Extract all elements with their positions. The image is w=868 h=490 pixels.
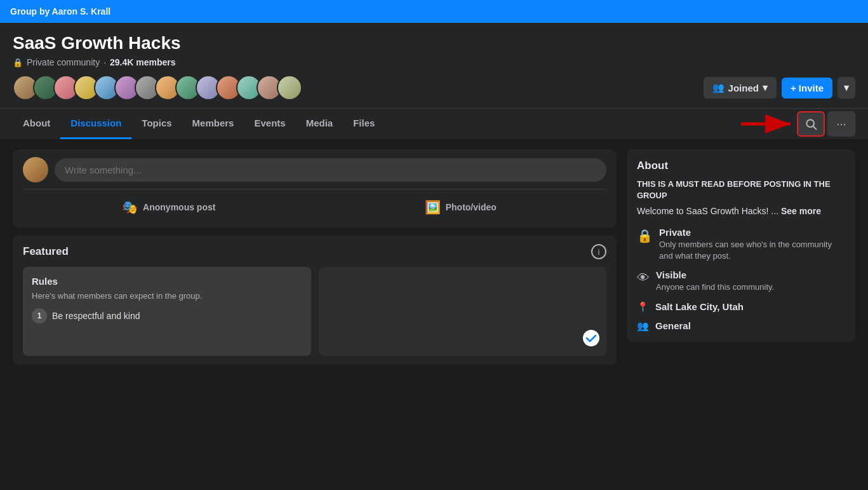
- chevron-down-icon: ▾: [844, 82, 849, 93]
- tabs-right-actions: ···: [797, 111, 855, 137]
- eye-icon: 👁: [637, 271, 650, 285]
- svg-point-2: [806, 119, 814, 127]
- more-options-button[interactable]: ▾: [838, 77, 855, 99]
- about-visible-item: 👁 Visible Anyone can find this community…: [637, 269, 845, 293]
- invite-label: + Invite: [791, 83, 824, 93]
- tab-media[interactable]: Media: [296, 109, 344, 139]
- photo-icon: 🖼️: [425, 200, 441, 215]
- photo-video-button[interactable]: 🖼️ Photo/video: [315, 194, 607, 220]
- about-box: About THIS IS A MUST READ BEFORE POSTING…: [627, 149, 855, 342]
- ellipsis-icon: ···: [836, 118, 846, 131]
- red-arrow-annotation: [741, 112, 798, 135]
- post-actions: 🎭 Anonymous post 🖼️ Photo/video: [23, 194, 606, 220]
- tab-topics[interactable]: Topics: [131, 109, 182, 139]
- about-cta-text: THIS IS A MUST READ BEFORE POSTING IN TH…: [637, 179, 845, 201]
- search-icon: [805, 118, 817, 130]
- featured-card-right[interactable]: [319, 267, 607, 356]
- joined-label: Joined: [728, 83, 759, 93]
- more-options-tab-button[interactable]: ···: [827, 111, 855, 137]
- group-name: SaaS Growth Hacks: [13, 33, 855, 53]
- location-icon: 📍: [637, 301, 649, 313]
- check-indicator: [582, 329, 600, 350]
- people-category-icon: 👥: [637, 320, 649, 332]
- joined-button[interactable]: 👥 Joined ▾: [704, 77, 777, 99]
- svg-line-3: [813, 126, 816, 129]
- privacy-label: Private community: [27, 57, 100, 67]
- write-post-inner: [23, 157, 606, 182]
- visible-title: Visible: [656, 269, 774, 280]
- tabs-list: About Discussion Topics Members Events M…: [13, 109, 385, 139]
- avatar: [277, 75, 302, 100]
- chevron-down-icon: ▾: [763, 82, 768, 93]
- anonymous-icon: 🎭: [122, 200, 138, 215]
- top-bar-label: Group by Aaron S. Krall: [10, 6, 110, 17]
- header-area: SaaS Growth Hacks 🔒 Private community · …: [0, 23, 868, 108]
- about-category: 👥 General: [637, 320, 845, 332]
- rules-card-desc: Here's what members can expect in the gr…: [32, 290, 302, 302]
- svg-point-4: [583, 330, 599, 346]
- location-text: Salt Lake City, Utah: [655, 301, 744, 312]
- category-text: General: [655, 320, 691, 331]
- about-location: 📍 Salt Lake City, Utah: [637, 301, 845, 313]
- featured-header: Featured i: [23, 244, 606, 259]
- nav-tabs: About Discussion Topics Members Events M…: [0, 108, 868, 139]
- about-private-item: 🔒 Private Only members can see who's in …: [637, 227, 845, 262]
- members-count: 29.4K members: [110, 57, 176, 67]
- user-avatar: [23, 157, 48, 182]
- featured-box: Featured i Rules Here's what members can…: [13, 235, 617, 365]
- right-column: About THIS IS A MUST READ BEFORE POSTING…: [627, 149, 855, 480]
- check-circle-icon: [582, 329, 600, 347]
- featured-cards: Rules Here's what members can expect in …: [23, 267, 606, 356]
- write-something-input[interactable]: [55, 158, 606, 182]
- rule-text: Be respectful and kind: [52, 311, 140, 321]
- people-icon: 👥: [712, 82, 724, 93]
- group-meta: 🔒 Private community · 29.4K members: [13, 57, 855, 67]
- rule-item: 1 Be respectful and kind: [32, 308, 302, 323]
- search-button[interactable]: [797, 111, 825, 137]
- see-more-link[interactable]: See more: [781, 206, 821, 216]
- meta-dot: ·: [103, 57, 106, 67]
- divider: [23, 189, 606, 189]
- members-row: 👥 Joined ▾ + Invite ▾: [13, 75, 855, 108]
- private-desc: Only members can see who's in the commun…: [659, 239, 845, 262]
- photo-label: Photo/video: [446, 202, 497, 212]
- rules-card-title: Rules: [32, 276, 302, 287]
- tab-events[interactable]: Events: [244, 109, 295, 139]
- header-actions: 👥 Joined ▾ + Invite ▾: [704, 77, 855, 99]
- rules-card[interactable]: Rules Here's what members can expect in …: [23, 267, 311, 356]
- rule-number: 1: [32, 308, 47, 323]
- tab-members[interactable]: Members: [182, 109, 244, 139]
- anonymous-post-button[interactable]: 🎭 Anonymous post: [23, 194, 315, 220]
- member-avatars: [13, 75, 302, 100]
- about-heading: About: [637, 160, 845, 172]
- lock-icon: 🔒: [13, 58, 23, 67]
- tab-discussion[interactable]: Discussion: [60, 109, 131, 139]
- lock-private-icon: 🔒: [637, 228, 653, 243]
- tab-files[interactable]: Files: [343, 109, 385, 139]
- anonymous-label: Anonymous post: [143, 202, 215, 212]
- tab-about[interactable]: About: [13, 109, 60, 139]
- top-bar: Group by Aaron S. Krall: [0, 0, 868, 23]
- private-title: Private: [659, 227, 845, 238]
- info-icon-button[interactable]: i: [591, 244, 606, 259]
- write-post-box: 🎭 Anonymous post 🖼️ Photo/video: [13, 149, 617, 228]
- featured-title: Featured: [23, 245, 69, 258]
- invite-button[interactable]: + Invite: [782, 78, 832, 99]
- visible-desc: Anyone can find this community.: [656, 282, 774, 293]
- red-arrow-svg: [741, 112, 798, 135]
- about-welcome-text: Welcome to SaaS Growth Hacks! ... See mo…: [637, 205, 845, 218]
- left-column: 🎭 Anonymous post 🖼️ Photo/video Featured…: [13, 149, 617, 480]
- main-content: 🎭 Anonymous post 🖼️ Photo/video Featured…: [0, 139, 868, 490]
